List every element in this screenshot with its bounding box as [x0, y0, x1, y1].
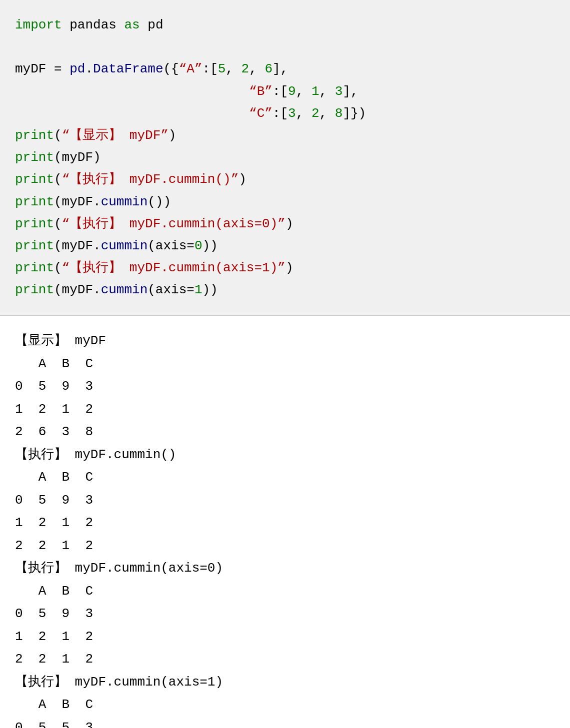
code-text: myDF: [15, 61, 54, 76]
code-text: 8: [335, 106, 343, 121]
code-line-1: import pandas as pd: [15, 14, 555, 36]
output-header-4: 【执行】 myDF.cummin(axis=1): [15, 671, 555, 694]
output-row-1-1: 1 2 1 2: [15, 398, 555, 421]
code-text: cummin: [101, 282, 148, 297]
keyword-import: import: [15, 17, 62, 32]
output-block: 【显示】 myDF A B C 0 5 9 3 1 2 1 2 2 6 3 8 …: [0, 316, 570, 728]
code-text: (myDF.: [54, 282, 101, 297]
code-text: (: [54, 128, 62, 143]
code-text: :[: [272, 84, 288, 99]
code-line-4: “B”:[9, 1, 3],: [15, 80, 555, 102]
code-line-11: print(myDF.cummin(axis=0)): [15, 235, 555, 257]
code-text: :[: [272, 106, 288, 121]
code-text: (axis=: [148, 238, 194, 253]
code-text: (myDF): [54, 150, 101, 165]
code-text: 5: [218, 61, 226, 76]
code-text: ): [286, 260, 294, 275]
code-text: (myDF.: [54, 238, 101, 253]
code-text: ): [168, 128, 176, 143]
output-row-3-2: 2 2 1 2: [15, 648, 555, 671]
code-text: (: [54, 260, 62, 275]
code-line-8: print(“【执行】 myDF.cummin()”): [15, 168, 555, 190]
output-row-2-1: 1 2 1 2: [15, 512, 555, 535]
code-line-10: print(“【执行】 myDF.cummin(axis=0)”): [15, 213, 555, 235]
code-text: 0: [194, 238, 202, 253]
code-text: [15, 106, 249, 121]
output-row-4-0: 0 5 5 3: [15, 717, 555, 728]
code-text: “A”: [179, 61, 202, 76]
code-text: =: [54, 61, 70, 76]
output-row-2-2: 2 2 1 2: [15, 535, 555, 558]
output-header-2: 【执行】 myDF.cummin(): [15, 444, 555, 467]
code-text: (axis=: [148, 282, 194, 297]
code-text: pd: [140, 17, 164, 32]
keyword-print: print: [15, 282, 54, 297]
code-text: pd: [70, 61, 85, 76]
code-text: “B”: [249, 84, 272, 99]
code-text: )): [202, 282, 218, 297]
output-row-1-2: 2 6 3 8: [15, 421, 555, 444]
code-text: (: [54, 216, 62, 231]
code-line-3: myDF = pd.DataFrame({“A”:[5, 2, 6],: [15, 58, 555, 80]
code-text: ({: [164, 61, 179, 76]
code-text: ()): [148, 194, 171, 209]
code-text: [15, 84, 249, 99]
code-line-7: print(myDF): [15, 146, 555, 168]
code-text: ,: [249, 61, 264, 76]
code-line-blank: [15, 36, 555, 58]
keyword-print: print: [15, 128, 54, 143]
keyword-print: print: [15, 194, 54, 209]
code-text: pandas: [62, 17, 124, 32]
code-text: 1: [194, 282, 202, 297]
code-text: 1: [312, 84, 320, 99]
code-line-13: print(myDF.cummin(axis=1)): [15, 279, 555, 301]
code-text: (: [54, 172, 62, 187]
code-line-12: print(“【执行】 myDF.cummin(axis=1)”): [15, 257, 555, 279]
code-line-6: print(“【显示】 myDF”): [15, 124, 555, 146]
code-text: ,: [296, 106, 312, 121]
code-text: (myDF.: [54, 194, 101, 209]
code-text: “【执行】 myDF.cummin(axis=1)”: [62, 260, 286, 275]
code-text: ],: [342, 84, 358, 99]
code-line-5: “C”:[3, 2, 8]}): [15, 102, 555, 124]
code-text: )): [202, 238, 218, 253]
code-text: 2: [242, 61, 250, 76]
code-block: import pandas as pd myDF = pd.DataFrame(…: [0, 0, 570, 316]
code-text: ],: [272, 61, 288, 76]
code-text: :[: [202, 61, 218, 76]
code-text: 3: [335, 84, 343, 99]
code-text: ): [238, 172, 246, 187]
output-row-3-1: 1 2 1 2: [15, 626, 555, 649]
code-text: DataFrame: [93, 61, 163, 76]
code-text: “【显示】 myDF”: [62, 128, 168, 143]
code-text: 9: [288, 84, 296, 99]
keyword-print: print: [15, 216, 54, 231]
code-text: 3: [288, 106, 296, 121]
code-text: 6: [264, 61, 272, 76]
keyword-print: print: [15, 260, 54, 275]
code-text: cummin: [101, 238, 148, 253]
output-table-header-4: A B C: [15, 694, 555, 717]
code-text: cummin: [101, 194, 148, 209]
output-row-3-0: 0 5 9 3: [15, 603, 555, 626]
keyword-print: print: [15, 150, 54, 165]
output-row-1-0: 0 5 9 3: [15, 375, 555, 398]
output-table-header-3: A B C: [15, 580, 555, 603]
output-table-header-1: A B C: [15, 353, 555, 376]
output-table-header-2: A B C: [15, 466, 555, 489]
code-text: “【执行】 myDF.cummin(axis=0)”: [62, 216, 286, 231]
keyword-print: print: [15, 172, 54, 187]
output-header-1: 【显示】 myDF: [15, 330, 555, 353]
output-header-3: 【执行】 myDF.cummin(axis=0): [15, 557, 555, 580]
code-text: ,: [320, 106, 335, 121]
code-text: ]}): [342, 106, 366, 121]
code-text: .: [85, 61, 93, 76]
code-text: 2: [312, 106, 320, 121]
keyword-print: print: [15, 238, 54, 253]
code-text: ,: [296, 84, 312, 99]
code-text: “C”: [249, 106, 272, 121]
keyword-as: as: [124, 17, 140, 32]
code-text: ,: [320, 84, 335, 99]
code-text: ,: [226, 61, 241, 76]
code-text: ): [286, 216, 294, 231]
